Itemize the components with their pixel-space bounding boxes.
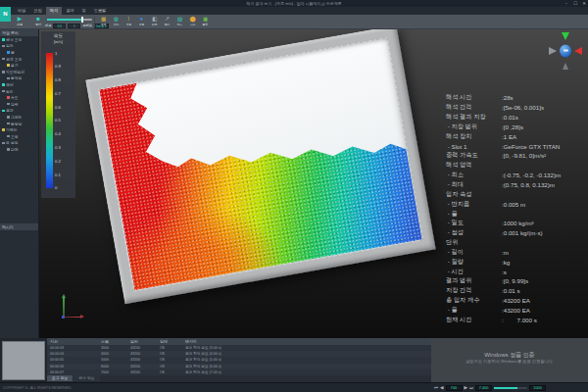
tree-item-label: 결과	[6, 108, 14, 113]
tree-item-0[interactable]: 해석 조건	[0, 36, 38, 43]
tree-item-6[interactable]: 움직임	[0, 75, 38, 82]
current-time-field[interactable]: 7.000	[475, 385, 492, 391]
ribbon-toolbar: ▶재생■정지 배속0.51프레임1배속 ▾ ▦장면◍입자⊺측정●구형◧단면↗벡터…	[0, 15, 588, 29]
tree-item-4[interactable]: 용기	[0, 62, 38, 69]
first-frame-button[interactable]: ⏮	[434, 383, 438, 392]
log-cell: 00:00:05	[47, 358, 98, 362]
table-row[interactable]: 00:00:07700043200OK결과 저장 완료 (7.00 s)	[47, 369, 431, 375]
tree-item-2[interactable]: 물	[0, 49, 38, 56]
timeline-slider[interactable]	[494, 387, 527, 390]
tool-label-2: 측정	[126, 23, 132, 26]
last-frame-button[interactable]: ⏭	[469, 383, 473, 392]
tree-item-14[interactable]: 카메라	[0, 126, 38, 133]
gizmo-axis-y-icon[interactable]	[562, 32, 569, 40]
tree-item-icon	[7, 64, 10, 67]
tool-button-녹화[interactable]: ⬤녹화	[187, 16, 198, 26]
gizmo-axis-x-icon[interactable]	[574, 47, 582, 55]
info-line-12: - 물	[446, 209, 588, 219]
menu-item-3[interactable]: 결과	[62, 7, 77, 15]
info-line-23: 현재 시간: 7.000 s	[446, 315, 588, 324]
tool-label-6: 차트	[177, 23, 183, 26]
log-tab-1[interactable]: 해석 정보	[74, 375, 99, 381]
tool-button-단면[interactable]: ◧단면	[149, 16, 160, 26]
tool-button-벡터[interactable]: ↗벡터	[162, 16, 172, 26]
tree-item-17[interactable]: 단면	[0, 146, 38, 153]
info-line-11: - 반지름:0.005 m	[446, 199, 588, 209]
menu-item-0[interactable]: 파일	[14, 7, 29, 15]
tool-button-캡처[interactable]: ▣캡처	[200, 16, 211, 26]
tool-button-입자[interactable]: ◍입자	[111, 16, 122, 26]
tool-button-장면[interactable]: ▦장면	[98, 16, 109, 26]
info-label: - 시간	[446, 268, 502, 276]
menu-item-5[interactable]: 도움말	[90, 7, 111, 15]
tree-item-label: 입자	[6, 43, 14, 48]
tree-item-label: 조명	[11, 134, 19, 139]
info-value: :0.01 s	[502, 287, 520, 294]
maximize-button[interactable]: ☐	[573, 0, 577, 7]
tool-label-4: 단면	[152, 23, 158, 26]
log-tabs: 로그 정보해석 정보	[47, 375, 100, 381]
info-line-9: - 최대:(0.75, 0.8, 0.132)m	[446, 180, 588, 190]
info-line-18: - 시간:s	[446, 267, 588, 276]
tree-item-7[interactable]: 센서	[0, 81, 38, 88]
tool-button-차트[interactable]: ▤차트	[174, 16, 185, 26]
tree-item-12[interactable]: 그래프	[0, 114, 38, 121]
legend-colorbar	[46, 53, 53, 188]
입자-icon: ◍	[114, 16, 119, 23]
menu-item-2[interactable]: 해석	[46, 7, 62, 15]
next-frame-button[interactable]: ▶	[465, 383, 467, 392]
transport-button-0[interactable]: ▶재생	[12, 16, 27, 26]
log-col-header-2: 입자	[127, 339, 157, 344]
info-label: 해석 영역	[446, 161, 502, 170]
frame-slider-handle[interactable]	[81, 17, 83, 23]
frame-number-field[interactable]: 700	[446, 385, 463, 391]
tree-item-11[interactable]: 결과	[0, 108, 38, 115]
log-table-rows: 00:00:03300043200OK결과 저장 완료 (3.00 s)00:0…	[47, 345, 431, 375]
status-bar: COPYRIGHT ⓒ. ALL RIGHTS RESERVED. ⏮ ◀ 70…	[0, 382, 588, 392]
info-value: :43200 EA	[502, 307, 530, 314]
tree-item-8[interactable]: 필드	[0, 88, 38, 95]
view-orientation-gizmo[interactable]	[549, 32, 582, 70]
gizmo-home-icon[interactable]	[560, 45, 571, 58]
app-logo-icon[interactable]: N	[0, 7, 11, 22]
transport-button-1[interactable]: ■정지	[30, 16, 46, 26]
info-label: 현재 시간	[446, 316, 502, 324]
menu-item-1[interactable]: 편집	[29, 7, 45, 15]
tree-item-16[interactable]: 뷰 설정	[0, 140, 38, 147]
minimize-button[interactable]: －	[564, 0, 569, 7]
info-value: :kg	[502, 259, 510, 266]
menu-item-4[interactable]: 뷰	[78, 7, 90, 15]
tree-item-3[interactable]: 경계 조건	[0, 56, 38, 63]
close-button[interactable]: ✕	[582, 0, 586, 7]
field-input-0[interactable]: 0.5	[53, 24, 66, 29]
info-line-10: 입자 속성	[446, 189, 588, 199]
info-line-21: 총 입자 개수:43200 EA	[446, 296, 588, 306]
log-tab-0[interactable]: 로그 정보	[47, 375, 73, 381]
tool-button-측정[interactable]: ⊺측정	[123, 16, 134, 26]
gizmo-axis-negx-icon[interactable]	[549, 47, 557, 55]
viewport-3d[interactable]: 속도 [m/s] 10.90.80.70.60.50.40.30.20.10	[39, 29, 588, 338]
field-input-1[interactable]: 1	[68, 24, 80, 29]
tree-item-label: 동영상	[11, 122, 22, 126]
log-cell: 결과 저장 완료 (3.00 s)	[182, 346, 431, 350]
prev-frame-button[interactable]: ◀	[440, 383, 443, 392]
gizmo-axis-negy-icon[interactable]	[563, 63, 568, 70]
tree-item-1[interactable]: 입자	[0, 43, 38, 50]
tree-item-label: 해석 조건	[6, 37, 22, 42]
frame-slider[interactable]	[47, 19, 92, 21]
log-cell: 00:00:06	[47, 365, 98, 368]
tool-button-구형[interactable]: ●구형	[136, 16, 147, 26]
tree-item-5[interactable]: 지오메트리	[0, 69, 38, 75]
tree-item-9[interactable]: 속도	[0, 94, 38, 101]
log-cell: OK	[157, 365, 182, 368]
legend-title: 속도	[41, 31, 75, 39]
info-line-1: 해석 간격:[5e-06, 0.001]s	[446, 103, 588, 113]
tree-item-13[interactable]: 동영상	[0, 121, 38, 127]
watermark-line1: Windows 정품 인증	[431, 351, 588, 359]
tree-item-10[interactable]: 압력	[0, 101, 38, 108]
tree-item-15[interactable]: 조명	[0, 133, 38, 140]
log-cell: 결과 저장 완료 (6.00 s)	[182, 365, 431, 368]
legend-tick-9: 0.1	[55, 172, 61, 177]
legend-tick-0: 1	[55, 51, 61, 56]
origin-icon	[62, 316, 65, 318]
